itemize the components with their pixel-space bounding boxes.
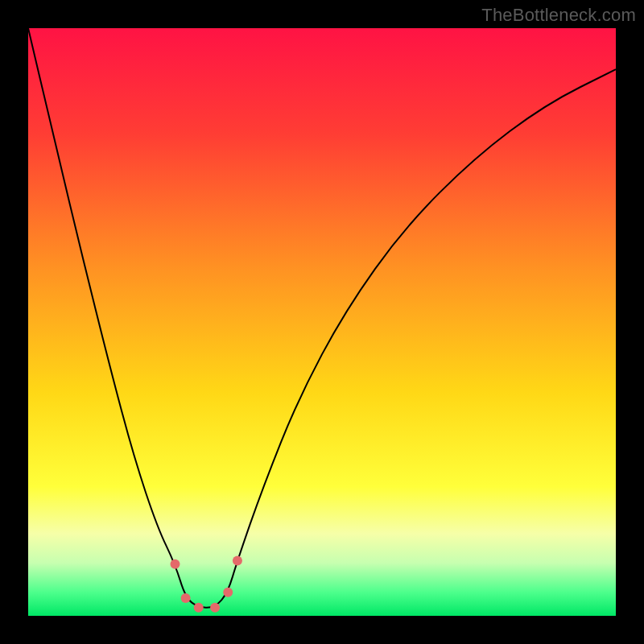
bottleneck-curve [28, 28, 616, 608]
optimum-marker [233, 555, 242, 565]
optimum-marker [194, 603, 204, 613]
optimum-marker [171, 559, 180, 569]
optimum-marker [223, 588, 233, 597]
optimum-marker [181, 593, 191, 603]
watermark-text: TheBottleneck.com [481, 5, 636, 26]
bottleneck-chart [28, 28, 616, 616]
frame-bottom [0, 616, 644, 644]
optimum-marker [210, 603, 220, 613]
frame-right [616, 0, 644, 644]
frame-left [0, 0, 28, 644]
